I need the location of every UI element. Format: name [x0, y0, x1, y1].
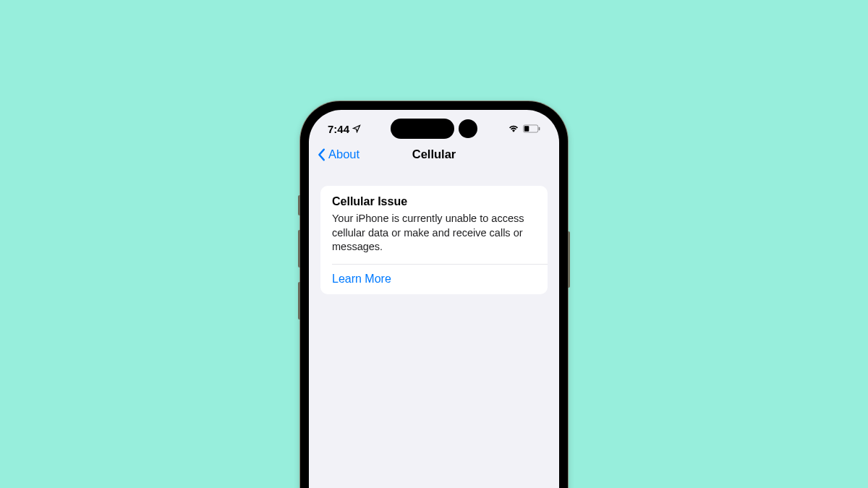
dynamic-island-container	[391, 119, 477, 139]
card-title: Cellular Issue	[320, 186, 548, 208]
camera-dot	[459, 119, 477, 138]
status-time: 7:44	[328, 123, 349, 135]
learn-more-link[interactable]: Learn More	[320, 265, 548, 294]
wifi-icon	[508, 124, 519, 133]
svg-rect-1	[524, 126, 529, 131]
chevron-back-icon	[318, 148, 326, 161]
nav-bar: About Cellular	[309, 143, 559, 168]
card-body: Your iPhone is currently unable to acces…	[320, 208, 548, 264]
cellular-issue-card: Cellular Issue Your iPhone is currently …	[320, 186, 548, 294]
nav-title: Cellular	[412, 147, 456, 161]
back-label: About	[328, 147, 359, 161]
svg-rect-2	[539, 127, 540, 131]
status-right	[508, 124, 540, 133]
phone-side-buttons-left	[298, 195, 300, 334]
phone-side-buttons-right	[568, 231, 570, 288]
content-area: Cellular Issue Your iPhone is currently …	[309, 168, 559, 312]
back-button[interactable]: About	[318, 147, 359, 161]
dynamic-island	[391, 119, 454, 139]
phone-frame: 7:44	[300, 101, 568, 488]
phone-screen: 7:44	[309, 110, 559, 488]
battery-icon	[523, 124, 540, 133]
status-left: 7:44	[328, 123, 361, 135]
location-icon	[352, 124, 361, 133]
